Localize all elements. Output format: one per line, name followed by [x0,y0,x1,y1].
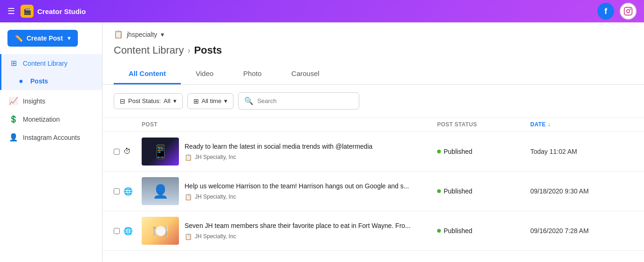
post-title: Help us welcome Harrison to the team! Ha… [185,182,437,190]
sidebar-item-instagram-accounts[interactable]: 👤 Instagram Accounts [0,128,102,146]
post-text: Ready to learn the latest in social medi… [185,142,437,160]
posts-list: ⏱ 📱 Ready to learn the latest in social … [103,132,644,251]
row-checkbox[interactable] [114,149,120,155]
status-dot [437,229,441,233]
post-text: Seven JH team members share their favori… [185,221,437,240]
status-label: Published [444,187,473,195]
top-header: ☰ 🎬 Creator Studio f [0,0,644,22]
status-label: Published [444,227,473,234]
row-checkbox[interactable] [114,228,120,234]
filters-row: ⊟ Post Status: All ▾ ⊞ All time ▾ 🔍 [103,85,644,117]
breadcrumb: Content Library › Posts [114,44,633,56]
post-status-filter[interactable]: ⊟ Post Status: All ▾ [114,93,183,109]
create-post-button[interactable]: ✏️ Create Post ▾ [7,30,78,47]
post-account: 📋 JH Specialty, Inc [185,233,437,240]
table-row: 🌐 👤 Help us welcome Harrison to the team… [103,172,644,211]
sidebar-item-label: Posts [30,77,48,85]
row-date: Today 11:02 AM [530,148,633,155]
tab-all-content[interactable]: All Content [114,64,181,84]
col-header-checkbox [114,121,142,128]
app-name: Creator Studio [37,7,86,15]
account-icon: 📋 [114,30,123,39]
content-library-icon: ⊞ [9,59,18,68]
account-name: jhspecialty [127,31,157,38]
col-header-post: Post [142,121,437,128]
create-post-label: Create Post [27,34,63,42]
sidebar-item-label: Insights [23,97,45,105]
layout: ✏️ Create Post ▾ ⊞ Content Library ● Pos… [0,22,644,262]
sidebar-item-monetization[interactable]: 💲 Monetization [0,110,102,128]
row-status-icon: 🌐 [123,227,133,235]
insights-icon: 📈 [9,97,18,105]
row-check-col: 🌐 [114,227,142,235]
status-dot [437,150,441,153]
post-title: Ready to learn the latest in social medi… [185,142,437,151]
breadcrumb-current: Posts [194,44,222,56]
sidebar-item-label: Content Library [23,60,68,67]
time-filter-label: All time [202,97,222,104]
post-account: 📋 JH Specialty, Inc [185,154,437,161]
search-icon: 🔍 [244,97,253,105]
sidebar-item-insights[interactable]: 📈 Insights [0,92,102,110]
post-status-value: All [164,97,170,104]
table-row: ⏱ 📱 Ready to learn the latest in social … [103,132,644,172]
row-status: Published [437,227,530,234]
post-account-icon: 📋 [185,154,192,161]
status-dot [437,189,441,193]
post-account-name: JH Specialty, Inc [195,233,236,240]
time-filter-icon: ⊞ [193,97,199,105]
post-account-icon: 📋 [185,233,192,240]
svg-rect-0 [624,7,632,15]
row-post-info: 👤 Help us welcome Harrison to the team! … [142,177,437,205]
search-input[interactable] [257,97,353,104]
post-thumbnail: 👤 [142,177,179,205]
breadcrumb-parent[interactable]: Content Library [114,44,184,56]
instagram-icon[interactable] [620,3,637,20]
facebook-icon[interactable]: f [597,3,614,20]
tab-bar: All Content Video Photo Carousel [114,64,633,84]
row-checkbox[interactable] [114,188,120,194]
sidebar-item-label: Instagram Accounts [23,134,80,141]
page-header: 📋 jhspecialty ▾ Content Library › Posts … [103,22,644,85]
row-check-col: ⏱ [114,147,142,156]
row-status: Published [437,187,530,195]
svg-point-2 [630,8,631,10]
time-filter[interactable]: ⊞ All time ▾ [187,93,234,109]
create-post-icon: ✏️ [15,34,23,42]
post-status-chevron: ▾ [173,97,177,104]
tab-carousel[interactable]: Carousel [276,64,334,84]
account-row: 📋 jhspecialty ▾ [114,30,633,39]
sidebar-section-content-library: ⊞ Content Library ● Posts [0,54,102,90]
post-thumbnail: 📱 [142,138,179,165]
search-box[interactable]: 🔍 [238,92,359,110]
app-logo: 🎬 Creator Studio [21,5,86,18]
post-status-filter-icon: ⊟ [120,97,125,105]
app-logo-icon: 🎬 [21,5,34,18]
tab-photo[interactable]: Photo [228,64,276,84]
breadcrumb-separator: › [187,46,190,55]
row-date: 09/16/2020 7:28 AM [530,227,633,234]
header-icons: f [597,3,637,20]
col-header-date[interactable]: Date ↓ [530,121,633,128]
sidebar-item-content-library[interactable]: ⊞ Content Library [0,54,102,72]
sidebar-item-label: Monetization [23,116,60,123]
row-status: Published [437,148,530,155]
post-account-name: JH Specialty, Inc [195,154,236,160]
row-status-icon: 🌐 [123,187,133,196]
post-account-name: JH Specialty, Inc [195,193,236,200]
col-header-post-status: Post Status [437,121,530,128]
row-post-info: 🍽️ Seven JH team members share their fav… [142,217,437,245]
tab-video[interactable]: Video [181,64,228,84]
row-date: 09/18/2020 9:30 AM [530,187,633,195]
row-post-info: 📱 Ready to learn the latest in social me… [142,138,437,165]
status-label: Published [444,148,473,155]
post-title: Seven JH team members share their favori… [185,221,437,230]
hamburger-icon[interactable]: ☰ [7,6,15,16]
account-dropdown-icon[interactable]: ▾ [161,31,164,38]
posts-icon: ● [16,77,26,85]
table-header: Post Post Status Date ↓ [103,117,644,132]
create-post-chevron: ▾ [68,35,70,41]
row-check-col: 🌐 [114,187,142,196]
sidebar-item-posts[interactable]: ● Posts [0,72,102,90]
post-status-label: Post Status: [128,97,161,104]
